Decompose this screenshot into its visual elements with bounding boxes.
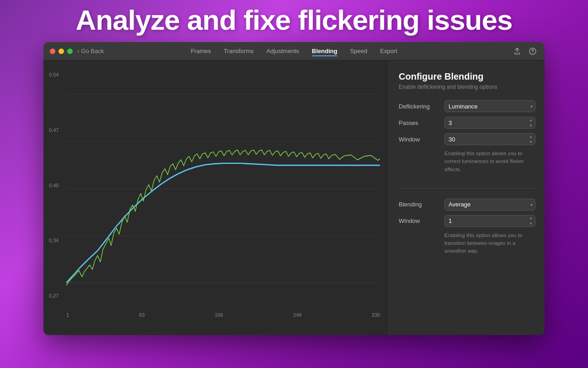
passes-input[interactable] bbox=[444, 117, 535, 129]
window-defl-label: Window bbox=[399, 136, 444, 143]
chart-wrapper: 0,54 0,47 0,40 0,34 0,27 1 83 166 248 33… bbox=[66, 70, 380, 308]
blending-help-text: Enabling this option allows you to trans… bbox=[444, 232, 535, 255]
x-label-1: 1 bbox=[66, 312, 69, 318]
passes-decrement[interactable]: ▼ bbox=[527, 123, 535, 128]
maximize-button[interactable] bbox=[67, 49, 73, 54]
passes-input-wrapper: ▲ ▼ bbox=[444, 117, 535, 129]
x-label-3: 166 bbox=[215, 312, 223, 318]
y-axis-labels: 0,54 0,47 0,40 0,34 0,27 bbox=[49, 70, 59, 308]
window-blend-row: Window ▲ ▼ bbox=[399, 215, 535, 227]
go-back-label: Go Back bbox=[81, 48, 104, 54]
tab-transforms[interactable]: Transforms bbox=[224, 46, 253, 56]
panel-title: Configure Blending bbox=[399, 71, 535, 82]
deflickering-help-text: Enabling this option allows you to corre… bbox=[444, 150, 535, 173]
blending-select-wrapper: Average None Linear ▾ bbox=[444, 199, 535, 211]
blending-select[interactable]: Average None Linear bbox=[444, 199, 535, 211]
y-label-1: 0,54 bbox=[49, 72, 59, 77]
page-title: Analyze and fixe flickering issues bbox=[0, 5, 588, 36]
y-label-3: 0,40 bbox=[49, 183, 59, 188]
title-bar-actions bbox=[512, 46, 538, 57]
tab-export[interactable]: Export bbox=[380, 46, 397, 56]
window-defl-decrement[interactable]: ▼ bbox=[527, 139, 535, 145]
window-blend-input-wrapper: ▲ ▼ bbox=[444, 215, 535, 227]
deflickering-select-wrapper: Luminance None Average ▾ bbox=[444, 100, 535, 112]
window-blend-stepper: ▲ ▼ bbox=[527, 216, 535, 227]
x-label-4: 248 bbox=[293, 312, 301, 318]
passes-label: Passes bbox=[399, 119, 444, 126]
passes-increment[interactable]: ▲ bbox=[527, 117, 535, 123]
window-defl-increment[interactable]: ▲ bbox=[527, 134, 535, 139]
go-back-button[interactable]: ‹ Go Back bbox=[77, 48, 104, 54]
window-blend-decrement[interactable]: ▼ bbox=[527, 221, 535, 227]
x-axis-labels: 1 83 166 248 330 bbox=[66, 312, 380, 318]
share-icon[interactable] bbox=[512, 46, 523, 57]
traffic-lights bbox=[50, 49, 73, 54]
tab-adjustments[interactable]: Adjustments bbox=[266, 46, 299, 56]
window-defl-input[interactable] bbox=[444, 133, 535, 145]
tab-frames[interactable]: Frames bbox=[191, 46, 211, 56]
deflickering-label: Deflickering bbox=[399, 103, 444, 110]
section-divider bbox=[399, 188, 535, 189]
deflickering-row: Deflickering Luminance None Average ▾ bbox=[399, 100, 535, 112]
blending-label: Blending bbox=[399, 201, 444, 208]
window-blend-label: Window bbox=[399, 217, 444, 224]
window-defl-stepper: ▲ ▼ bbox=[527, 134, 535, 145]
window-defl-input-wrapper: ▲ ▼ bbox=[444, 133, 535, 145]
blending-row: Blending Average None Linear ▾ bbox=[399, 199, 535, 211]
window-blend-input[interactable] bbox=[444, 215, 535, 227]
passes-stepper: ▲ ▼ bbox=[527, 117, 535, 128]
y-label-5: 0,27 bbox=[49, 293, 59, 298]
chart-area: 0,54 0,47 0,40 0,34 0,27 1 83 166 248 33… bbox=[43, 60, 389, 335]
tab-blending[interactable]: Blending bbox=[312, 46, 337, 56]
deflickering-select[interactable]: Luminance None Average bbox=[444, 100, 535, 112]
y-label-2: 0,47 bbox=[49, 127, 59, 133]
chevron-left-icon: ‹ bbox=[77, 48, 79, 54]
tab-speed[interactable]: Speed bbox=[350, 46, 368, 56]
window-blend-increment[interactable]: ▲ bbox=[527, 216, 535, 221]
right-panel: Configure Blending Enable deflickering a… bbox=[389, 60, 545, 335]
nav-tabs: Frames Transforms Adjustments Blending S… bbox=[191, 46, 397, 56]
title-bar: ‹ Go Back Frames Transforms Adjustments … bbox=[43, 42, 545, 60]
passes-row: Passes ▲ ▼ bbox=[399, 117, 535, 129]
y-label-4: 0,34 bbox=[49, 238, 59, 243]
minimize-button[interactable] bbox=[59, 49, 64, 54]
app-window: ‹ Go Back Frames Transforms Adjustments … bbox=[43, 42, 545, 335]
close-button[interactable] bbox=[50, 49, 55, 54]
window-defl-row: Window ▲ ▼ bbox=[399, 133, 535, 145]
x-label-2: 83 bbox=[139, 312, 144, 318]
panel-subtitle: Enable deflickering and blending options bbox=[399, 84, 535, 90]
svg-point-1 bbox=[532, 53, 533, 53]
main-content: 0,54 0,47 0,40 0,34 0,27 1 83 166 248 33… bbox=[43, 60, 545, 335]
x-label-5: 330 bbox=[372, 312, 380, 318]
chart-svg bbox=[66, 70, 380, 308]
help-icon[interactable] bbox=[527, 46, 538, 57]
